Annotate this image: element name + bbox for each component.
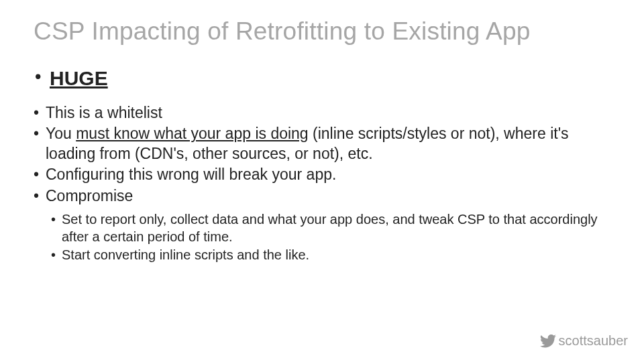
bullet-sub1: Set to report only, collect data and wha… — [51, 211, 610, 245]
bullet-huge: HUGE — [34, 66, 610, 91]
bullet-compromise: Compromise — [34, 186, 610, 206]
slide-title: CSP Impacting of Retrofitting to Existin… — [34, 17, 610, 46]
footer: scottsauber — [540, 333, 628, 349]
mustknow-underlined: must know what your app is doing — [76, 125, 308, 142]
bullet-sub2: Start converting inline scripts and the … — [51, 247, 610, 264]
bullet-mustknow: You must know what your app is doing (in… — [34, 124, 610, 164]
bullet-whitelist: This is a whitelist — [34, 103, 610, 123]
bullet-list-lvl3: Set to report only, collect data and wha… — [51, 211, 610, 264]
bullet-list-lvl2: This is a whitelist You must know what y… — [34, 103, 610, 206]
bullet-list-lvl1: HUGE — [34, 66, 610, 91]
slide: CSP Impacting of Retrofitting to Existin… — [0, 0, 644, 362]
mustknow-pre: You — [46, 125, 76, 142]
bullet-huge-text: HUGE — [50, 67, 108, 89]
bullet-configure: Configuring this wrong will break your a… — [34, 165, 610, 184]
footer-handle: scottsauber — [559, 333, 628, 349]
twitter-icon — [540, 335, 556, 348]
